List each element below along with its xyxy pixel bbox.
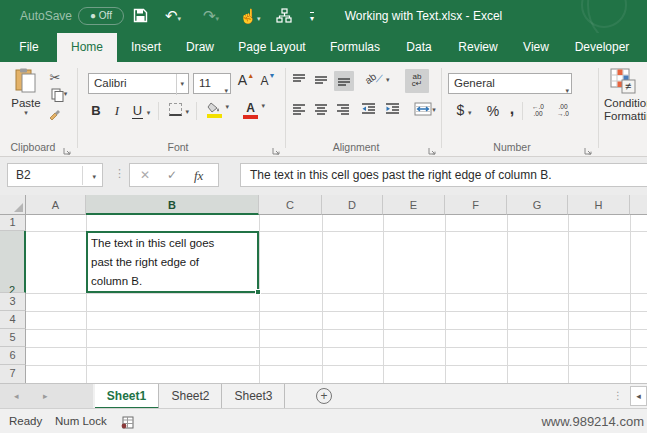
formula-input[interactable]: The text in this cell goes past the righ… bbox=[240, 163, 647, 187]
fill-color-icon bbox=[207, 102, 222, 118]
cancel-icon[interactable]: ✕ bbox=[140, 168, 150, 182]
customize-qat-button[interactable]: ▾ bbox=[303, 5, 321, 27]
column-header-d[interactable]: D bbox=[322, 195, 383, 215]
paste-button[interactable]: Paste ▾ bbox=[6, 68, 46, 117]
orientation-button[interactable]: ab⟋ ▾ bbox=[360, 71, 394, 85]
name-box[interactable]: B2 ▾ bbox=[7, 163, 103, 187]
bottom-align-button[interactable] bbox=[334, 71, 354, 91]
number-format-select[interactable]: General ▾ bbox=[448, 73, 572, 94]
insert-function-icon[interactable]: fx bbox=[194, 168, 203, 184]
scroll-left-button[interactable]: ◂ bbox=[630, 386, 647, 406]
increase-decimal-button[interactable]: ←.0.00 bbox=[527, 103, 549, 117]
grow-font-icon: A▲ bbox=[238, 72, 254, 88]
middle-align-button[interactable] bbox=[312, 73, 330, 90]
conditional-formatting-button[interactable]: ≠ Conditional Formatting bbox=[604, 68, 647, 123]
record-macro-button[interactable] bbox=[121, 415, 134, 433]
chevron-down-icon: ▾ bbox=[468, 109, 472, 116]
tab-data[interactable]: Data bbox=[398, 33, 440, 62]
copy-button[interactable]: ▾ bbox=[44, 88, 74, 105]
tab-page-layout[interactable]: Page Layout bbox=[230, 33, 314, 62]
italic-button[interactable]: I bbox=[110, 103, 124, 119]
wrap-text-button[interactable]: abc↵ bbox=[405, 69, 429, 93]
fill-color-button[interactable]: ▾ bbox=[202, 102, 234, 118]
column-header-c[interactable]: C bbox=[259, 195, 322, 215]
percent-style-button[interactable]: % bbox=[483, 103, 503, 119]
selected-cell-b2[interactable]: The text in this cell goes past the righ… bbox=[86, 231, 259, 293]
row-header-5[interactable]: 5 bbox=[0, 329, 26, 347]
tab-developer[interactable]: Developer bbox=[566, 33, 638, 62]
font-size-select[interactable]: 11 ▾ bbox=[193, 73, 231, 94]
tab-draw[interactable]: Draw bbox=[178, 33, 222, 62]
column-header-b[interactable]: B bbox=[86, 195, 259, 215]
cut-button[interactable]: ✂ bbox=[46, 70, 64, 85]
comma-style-button[interactable]: , bbox=[505, 100, 519, 118]
chevron-down-icon: ▾ bbox=[225, 103, 229, 110]
touch-mouse-mode-button[interactable]: ☝▾ bbox=[234, 5, 266, 27]
row-header-3[interactable]: 3 bbox=[0, 293, 26, 311]
row-header-2[interactable]: 2 bbox=[0, 231, 26, 293]
top-align-button[interactable] bbox=[290, 73, 308, 90]
align-right-button[interactable] bbox=[334, 103, 352, 120]
row-header-6[interactable]: 6 bbox=[0, 347, 26, 365]
column-header-partial[interactable] bbox=[630, 195, 647, 215]
column-header-a[interactable]: A bbox=[26, 195, 86, 215]
tab-file[interactable]: File bbox=[8, 33, 50, 62]
column-header-h[interactable]: H bbox=[568, 195, 630, 215]
redo-button[interactable]: ↷▾ bbox=[196, 5, 226, 27]
alignment-dialog-launcher[interactable] bbox=[428, 142, 438, 152]
group-separator bbox=[77, 68, 78, 148]
align-center-button[interactable] bbox=[312, 103, 330, 120]
row-header-4[interactable]: 4 bbox=[0, 311, 26, 329]
tab-review[interactable]: Review bbox=[450, 33, 506, 62]
decrease-font-size-button[interactable]: A▼ bbox=[258, 72, 278, 88]
tab-formulas[interactable]: Formulas bbox=[322, 33, 388, 62]
fill-handle[interactable] bbox=[255, 289, 261, 295]
column-header-g[interactable]: G bbox=[507, 195, 568, 215]
column-header-e[interactable]: E bbox=[383, 195, 445, 215]
column-header-f[interactable]: F bbox=[445, 195, 507, 215]
sheet-tab-sheet2[interactable]: Sheet2 bbox=[160, 384, 222, 409]
decrease-decimal-button[interactable]: .00→.0 bbox=[552, 103, 574, 117]
decrease-indent-button[interactable] bbox=[358, 103, 378, 120]
row-header-7[interactable]: 7 bbox=[0, 365, 26, 383]
alignment-group-label: Alignment bbox=[286, 141, 426, 153]
new-sheet-button[interactable]: + bbox=[316, 388, 332, 404]
drag-handle-icon[interactable]: ⋮ bbox=[114, 167, 124, 180]
borders-button[interactable]: ▾ bbox=[164, 103, 194, 117]
group-separator bbox=[598, 68, 599, 148]
sheet-tab-sheet1[interactable]: Sheet1 bbox=[95, 384, 159, 409]
top-align-icon bbox=[292, 73, 306, 87]
enter-icon[interactable]: ✓ bbox=[167, 168, 177, 182]
clipboard-dialog-launcher[interactable] bbox=[63, 142, 73, 152]
tab-bar-splitter[interactable]: ⋮ bbox=[613, 390, 623, 401]
shrink-font-icon: A▼ bbox=[261, 74, 276, 88]
increase-indent-button[interactable] bbox=[382, 103, 402, 120]
hierarchy-command-button[interactable] bbox=[272, 5, 296, 27]
sheet-tab-sheet3[interactable]: Sheet3 bbox=[223, 384, 285, 409]
autosave-toggle[interactable]: ● Off bbox=[78, 7, 124, 25]
increase-font-size-button[interactable]: A▲ bbox=[236, 72, 256, 88]
font-dialog-launcher[interactable] bbox=[272, 142, 282, 152]
underline-button[interactable]: U ▾ bbox=[128, 103, 154, 118]
row-header-1[interactable]: 1 bbox=[0, 215, 26, 231]
font-color-button[interactable]: A ▾ bbox=[238, 101, 270, 119]
format-painter-button[interactable] bbox=[46, 106, 64, 123]
prev-sheet-icon[interactable]: ◂ bbox=[14, 384, 19, 409]
bold-button[interactable]: B bbox=[88, 103, 104, 118]
number-dialog-launcher[interactable] bbox=[584, 142, 594, 152]
align-left-button[interactable] bbox=[290, 103, 308, 120]
font-name-select[interactable]: Calibri ▾ bbox=[88, 73, 189, 94]
tab-insert[interactable]: Insert bbox=[122, 33, 170, 62]
select-all-corner[interactable] bbox=[0, 195, 26, 215]
undo-button[interactable]: ↶▾ bbox=[158, 5, 188, 27]
percent-icon: % bbox=[487, 103, 499, 119]
merge-center-button[interactable]: ▾ bbox=[406, 102, 444, 119]
save-button[interactable] bbox=[128, 5, 152, 27]
chevron-down-icon: ▾ bbox=[261, 102, 265, 109]
tab-home[interactable]: Home bbox=[57, 33, 117, 62]
chevron-down-icon: ▾ bbox=[257, 15, 261, 22]
tab-view[interactable]: View bbox=[514, 33, 558, 62]
ribbon: Paste ▾ ✂ ▾ Clipboard Calibri ▾ bbox=[0, 62, 647, 157]
accounting-format-button[interactable]: $ ▾ bbox=[450, 102, 478, 118]
next-sheet-icon[interactable]: ▸ bbox=[43, 384, 48, 409]
